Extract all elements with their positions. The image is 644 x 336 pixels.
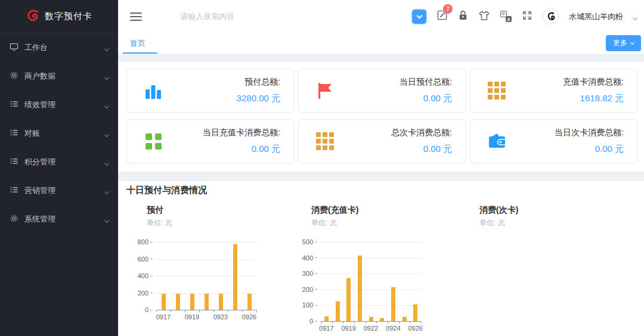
chart-bar xyxy=(176,294,180,310)
user-chevron-down-icon[interactable] xyxy=(633,11,637,22)
sidebar-item-marketing[interactable]: 营销管理 xyxy=(0,176,118,205)
chevron-down-icon xyxy=(105,128,109,139)
more-button-label: 更多 xyxy=(613,38,627,48)
x-tick xyxy=(171,310,171,312)
chart-title: 消费(充值卡) xyxy=(311,205,358,216)
y-tick-label: 300 xyxy=(297,270,317,277)
sidebar-item-performance[interactable]: 绩效管理 xyxy=(0,91,118,119)
chevron-down-icon xyxy=(105,157,109,167)
divider xyxy=(118,172,644,181)
gridline xyxy=(321,258,421,259)
x-tick xyxy=(321,321,321,323)
y-tick-label: 800 xyxy=(132,238,153,245)
chart-bar xyxy=(358,256,362,321)
x-tick xyxy=(421,321,422,323)
list-icon xyxy=(10,185,18,197)
chevron-down-icon xyxy=(105,42,109,53)
more-button[interactable]: 更多 xyxy=(606,35,641,51)
x-tick xyxy=(199,310,200,312)
stat-label: 当日次卡消费总额: xyxy=(509,127,624,138)
y-tick-label: 400 xyxy=(297,254,317,262)
x-tick xyxy=(410,321,410,323)
y-tick-label: 200 xyxy=(297,286,317,293)
x-tick xyxy=(256,310,257,312)
tshirt-theme-icon xyxy=(478,10,490,23)
gridline xyxy=(156,259,256,260)
y-tick-label: 500 xyxy=(297,238,317,245)
gridline xyxy=(156,310,256,310)
chart-x-axis: 09170919092209240926 xyxy=(301,325,444,333)
divider xyxy=(118,54,644,62)
y-tick-label: 0 xyxy=(132,306,153,313)
chart-bar xyxy=(346,278,351,321)
x-tick-label: 0922 xyxy=(359,325,383,332)
chart-y-axis: 0200400600800 xyxy=(136,242,153,310)
chart-bar xyxy=(336,301,340,321)
x-tick xyxy=(354,321,355,323)
sidebar-item-label: 系统管理 xyxy=(24,214,55,225)
x-tick-label: 0919 xyxy=(180,313,204,321)
x-tick xyxy=(376,321,377,323)
gridline xyxy=(321,242,421,242)
username[interactable]: 水城黑山羊肉粉 xyxy=(569,11,623,22)
check-toggle-button[interactable] xyxy=(412,10,426,24)
translate-button[interactable]: 中A xyxy=(500,11,512,22)
tab-home[interactable]: 首页 xyxy=(123,33,153,54)
app-title: 数字预付卡 xyxy=(45,11,92,22)
stat-card-prepaid-total: 预付总额: 3280.00 元 xyxy=(126,69,294,113)
x-tick-label: 0919 xyxy=(337,325,361,332)
chart-bar xyxy=(380,318,384,321)
chevron-down-icon xyxy=(630,40,634,44)
chart-bar xyxy=(233,244,237,310)
stat-value: 0.00 元 xyxy=(337,93,452,104)
sidebar-item-points[interactable]: 积分管理 xyxy=(0,148,118,176)
gridline xyxy=(156,242,256,242)
x-tick xyxy=(156,310,157,312)
stat-value: 0.00 元 xyxy=(509,144,624,155)
notification-badge: 7 xyxy=(443,4,453,14)
chart-x-axis: 0917091909230926 xyxy=(136,313,279,322)
chart-x-axis xyxy=(469,205,612,213)
brand-swirl-icon xyxy=(26,8,40,25)
sidebar-item-merchant-data[interactable]: 商户数据 xyxy=(0,62,118,91)
lock-icon xyxy=(458,10,468,23)
search-input[interactable] xyxy=(179,11,346,21)
chart-bar xyxy=(247,294,252,310)
x-tick-label: 0926 xyxy=(237,313,261,321)
sidebar-item-workbench[interactable]: 工作台 xyxy=(0,33,118,62)
tool-board-button[interactable]: 7 xyxy=(436,10,448,23)
hamburger-menu-icon[interactable] xyxy=(130,13,142,21)
grid-orange-icon xyxy=(485,82,509,99)
y-tick-label: 400 xyxy=(132,272,153,279)
stat-label: 预付总额: xyxy=(165,77,280,88)
flag-icon xyxy=(313,81,337,100)
chart-y-axis: 0100200300400500 xyxy=(301,242,317,321)
x-tick-label: 0917 xyxy=(151,313,175,321)
gear-icon xyxy=(10,71,18,82)
x-tick xyxy=(343,321,343,323)
topbar: 7 xyxy=(118,0,644,33)
list-icon xyxy=(10,157,18,168)
stat-value: 0.00 元 xyxy=(165,144,280,155)
stat-card-today-prepaid: 当日预付总额: 0.00 元 xyxy=(298,69,466,113)
gridline xyxy=(156,276,256,276)
sidebar-item-system[interactable]: 系统管理 xyxy=(0,205,118,234)
y-tick-label: 100 xyxy=(297,301,317,309)
chart-subtitle: 单位: 元 xyxy=(311,218,337,228)
chart-plot xyxy=(156,242,256,310)
lock-button[interactable] xyxy=(458,10,468,23)
avatar[interactable] xyxy=(543,8,559,24)
translate-icon: 中A xyxy=(500,11,512,22)
chart-consume-recharge-card: 消费(充值卡) 单位: 元 0100200300400500 091709190… xyxy=(301,205,444,336)
grid-green-icon xyxy=(141,133,165,150)
x-tick xyxy=(185,310,185,312)
check-icon xyxy=(416,13,422,18)
fullscreen-button[interactable] xyxy=(522,10,532,23)
theme-button[interactable] xyxy=(478,10,490,23)
chevron-down-icon xyxy=(105,71,109,82)
chart-bar xyxy=(205,294,209,310)
grid-orange-icon xyxy=(313,132,337,150)
chart-bar xyxy=(190,294,194,310)
sidebar-item-reconciliation[interactable]: 对账 xyxy=(0,119,118,148)
sidebar: 数字预付卡 工作台 商户数据 xyxy=(0,0,118,336)
